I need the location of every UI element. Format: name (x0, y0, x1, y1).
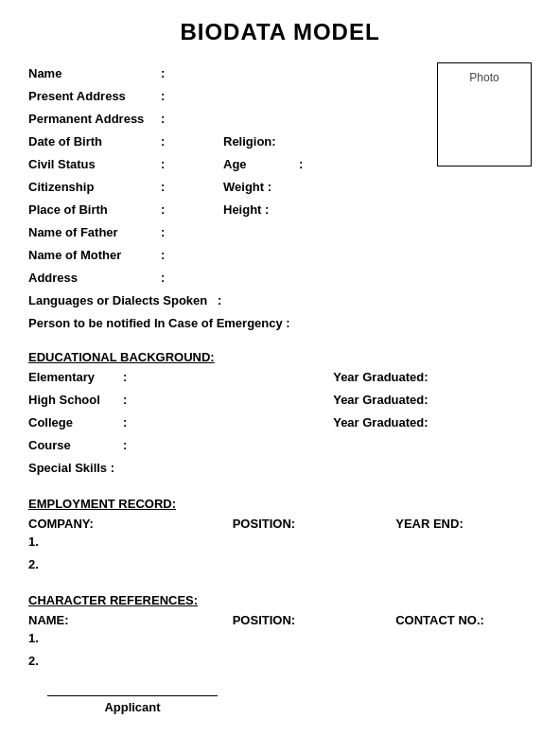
high-school-colon: : (123, 393, 127, 407)
high-school-label: High School (28, 393, 123, 407)
course-label: Course (28, 438, 123, 452)
pob-col: Place of Birth : (28, 199, 223, 217)
dob-religion-row: Date of Birth : Religion: (28, 131, 418, 149)
pob-colon: : (161, 202, 165, 217)
civil-age-row: Civil Status : Age : (28, 153, 418, 172)
emergency-label: Person to be notified In Case of Emergen… (28, 316, 293, 330)
present-address-label: Present Address (28, 89, 161, 103)
languages-row: Languages or Dialects Spoken : (28, 289, 418, 308)
name-label: Name (28, 66, 161, 80)
emergency-row: Person to be notified In Case of Emergen… (28, 312, 418, 331)
height-col: Height : (223, 199, 418, 217)
char-ref-header: NAME: POSITION: CONTACT NO.: (28, 613, 532, 627)
char-ref-contact-header: CONTACT NO.: (395, 613, 532, 627)
civil-label: Civil Status (28, 157, 161, 171)
signature-section: Applicant (28, 695, 532, 714)
dob-label: Date of Birth (28, 134, 161, 149)
photo-box: Photo (437, 62, 532, 167)
permanent-address-colon: : (161, 112, 165, 126)
citizenship-colon: : (161, 180, 165, 194)
employment-section-title: EMPLOYMENT RECORD: (28, 497, 532, 511)
father-colon: : (161, 225, 165, 239)
elementary-row: Elementary : Year Graduated: (28, 370, 532, 389)
weight-col: Weight : (223, 176, 418, 194)
fields-left: Name : Present Address : Permanent Addre… (28, 62, 418, 335)
father-label: Name of Father (28, 225, 161, 239)
address-row: Address : (28, 267, 418, 286)
employment-position-header: POSITION: (233, 517, 396, 531)
height-label: Height : (223, 202, 299, 217)
mother-row: Name of Mother : (28, 244, 418, 263)
citizenship-col: Citizenship : (28, 176, 223, 194)
dob-colon: : (161, 134, 165, 149)
high-school-row: High School : Year Graduated: (28, 393, 532, 412)
char-ref-name-header: NAME: (28, 613, 233, 627)
photo-label: Photo (469, 71, 499, 84)
religion-label: Religion: (223, 134, 299, 149)
pob-label: Place of Birth (28, 202, 161, 217)
education-section-title: EDUCATIONAL BACKGROUND: (28, 350, 532, 364)
char-ref-num-1: 1. (28, 631, 532, 645)
char-ref-row-1: 1. (28, 631, 532, 650)
special-skills-label: Special Skills : (28, 461, 142, 475)
age-colon: : (299, 157, 303, 171)
special-skills-row: Special Skills : (28, 461, 532, 480)
present-address-value (172, 85, 418, 100)
char-ref-row-2: 2. (28, 654, 532, 673)
signature-label: Applicant (47, 700, 218, 714)
char-ref-section-title: CHARACTER REFERENCES: (28, 593, 532, 607)
mother-value (172, 244, 418, 259)
languages-label: Languages or Dialects Spoken (28, 293, 218, 307)
employment-year-header: YEAR END: (395, 517, 532, 531)
citizenship-value (172, 176, 223, 191)
age-value (310, 153, 418, 168)
mother-label: Name of Mother (28, 248, 161, 262)
citizenship-weight-row: Citizenship : Weight : (28, 176, 418, 195)
civil-value (172, 153, 223, 168)
age-col: Age : (223, 153, 418, 171)
page-title: BIODATA MODEL (28, 19, 532, 45)
employment-row-2: 2. (28, 557, 532, 576)
mother-colon: : (161, 248, 165, 262)
weight-value (299, 176, 418, 191)
present-address-colon: : (161, 89, 165, 103)
elementary-year: Year Graduated: (333, 370, 532, 384)
civil-colon: : (161, 157, 165, 171)
name-row: Name : (28, 62, 418, 81)
pob-height-row: Place of Birth : Height : (28, 199, 418, 218)
name-colon: : (161, 66, 165, 80)
elementary-colon: : (123, 370, 127, 384)
languages-value (229, 289, 418, 305)
elementary-label: Elementary (28, 370, 123, 384)
college-year: Year Graduated: (333, 415, 532, 430)
top-section: Name : Present Address : Permanent Addre… (28, 62, 532, 335)
civil-col: Civil Status : (28, 153, 223, 171)
course-colon: : (123, 438, 127, 452)
employment-header: COMPANY: POSITION: YEAR END: (28, 517, 532, 531)
height-value (299, 199, 418, 214)
name-value (172, 62, 418, 78)
address-colon: : (161, 271, 165, 285)
dob-col: Date of Birth : (28, 131, 223, 149)
dob-value (172, 131, 223, 146)
father-value (172, 221, 418, 237)
pob-value (172, 199, 223, 214)
permanent-address-row: Permanent Address : (28, 108, 418, 127)
elementary-year-label: Year Graduated: (333, 370, 428, 384)
employment-num-2: 2. (28, 557, 532, 571)
college-label: College (28, 415, 123, 430)
college-colon: : (123, 415, 127, 430)
present-address-row: Present Address : (28, 85, 418, 104)
religion-col: Religion: (223, 131, 418, 149)
permanent-address-value (172, 108, 418, 123)
employment-row-1: 1. (28, 535, 532, 553)
employment-num-1: 1. (28, 535, 532, 549)
age-label: Age (223, 157, 299, 171)
course-row: Course : (28, 438, 532, 457)
citizenship-label: Citizenship (28, 180, 161, 194)
address-label: Address (28, 271, 161, 285)
father-row: Name of Father : (28, 221, 418, 240)
signature-line (47, 695, 218, 696)
char-ref-position-header: POSITION: (233, 613, 396, 627)
languages-colon: : (218, 293, 221, 307)
